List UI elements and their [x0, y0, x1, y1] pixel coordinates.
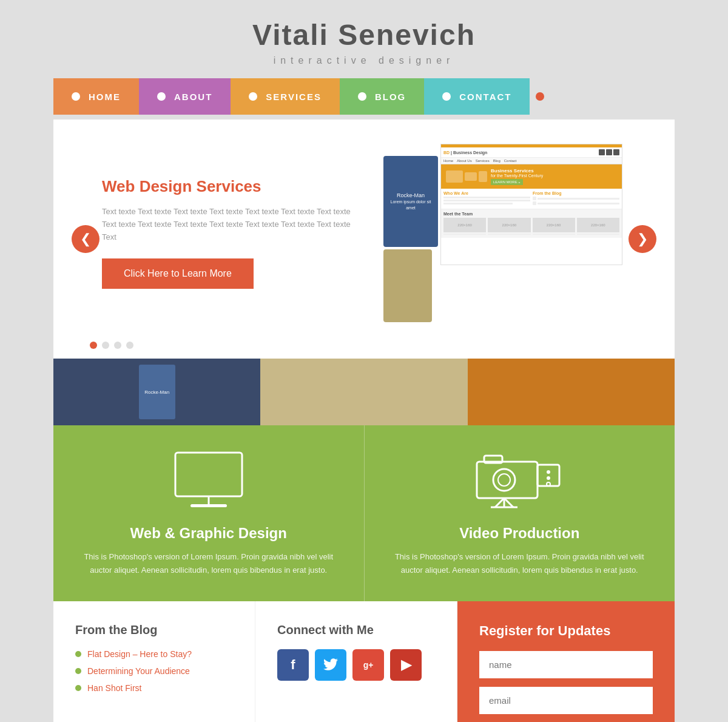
header: Vitali Senevich interactive designer [0, 0, 728, 78]
slider-next-button[interactable]: ❯ [629, 225, 656, 253]
monitor-icon [78, 450, 340, 513]
thumb-1: Rocke-Man [53, 359, 260, 425]
hero-slider: ❮ Web Design Services Text texte Text te… [53, 120, 675, 359]
register-email-input[interactable] [479, 687, 653, 714]
register-name-input[interactable] [479, 651, 653, 678]
nav-contact-label: CONTACT [459, 92, 511, 102]
svg-point-10 [547, 482, 550, 486]
nav-blog[interactable]: BLOG [340, 78, 424, 115]
social-title: Connect with Me [277, 623, 435, 637]
service-video-title: Video Production [389, 525, 651, 542]
nav-about-label: ABOUT [174, 92, 212, 102]
site-subtitle: interactive designer [12, 55, 716, 66]
slider-dot-1[interactable] [90, 342, 97, 349]
slider-dot-3[interactable] [114, 342, 121, 349]
service-web-desc: This is Photoshop's version of Lorem Ips… [78, 550, 340, 577]
slider-images: Rocke-ManLorem ipsum dolor sit amet BD |… [383, 144, 626, 322]
svg-point-4 [493, 469, 515, 491]
svg-line-13 [504, 498, 513, 507]
thumb-2 [260, 359, 467, 425]
nav-home-label: HOME [89, 92, 121, 102]
register-title: Register for Updates [479, 623, 653, 639]
svg-point-8 [547, 470, 550, 474]
service-video: Video Production This is Photoshop's ver… [365, 425, 675, 601]
blog-dot-2 [75, 668, 81, 674]
book-cover-blue: Rocke-ManLorem ipsum dolor sit amet [383, 156, 438, 247]
blog-section: From the Blog Flat Design – Here to Stay… [53, 601, 255, 722]
svg-rect-0 [175, 453, 242, 496]
twitter-icon[interactable] [315, 649, 346, 681]
website-mockup: BD | Business Design HomeAbout UsService… [440, 144, 622, 265]
main-nav: HOME ABOUT SERVICES BLOG CONTACT [0, 78, 728, 115]
svg-rect-3 [477, 462, 538, 498]
slider-dots [90, 342, 133, 349]
social-icons: f g+ ▶ [277, 649, 435, 681]
nav-about[interactable]: ABOUT [139, 78, 231, 115]
svg-rect-2 [190, 504, 227, 507]
facebook-icon[interactable]: f [277, 649, 309, 681]
blog-link-1[interactable]: Flat Design – Here to Stay? [87, 649, 192, 659]
slider-title: Web Design Services [102, 177, 353, 196]
slider-prev-button[interactable]: ❮ [72, 225, 99, 253]
services-section: Web & Graphic Design This is Photoshop's… [53, 425, 675, 601]
blog-section-title: From the Blog [75, 623, 233, 637]
blog-dot-1 [75, 651, 81, 657]
blog-item-3: Han Shot First [75, 683, 233, 693]
blog-dot-3 [75, 685, 81, 691]
book-cover-tan [383, 249, 432, 322]
nav-home[interactable]: HOME [53, 78, 139, 115]
blog-item-2: Determining Your Audience [75, 666, 233, 676]
camera-icon [389, 450, 651, 513]
blog-list: Flat Design – Here to Stay? Determining … [75, 649, 233, 693]
slider-dot-2[interactable] [102, 342, 109, 349]
service-video-desc: This is Photoshop's version of Lorem Ips… [389, 550, 651, 577]
google-plus-icon[interactable]: g+ [352, 649, 384, 681]
site-name: Vitali Senevich [12, 18, 716, 52]
blog-link-2[interactable]: Determining Your Audience [87, 666, 190, 676]
nav-contact[interactable]: CONTACT [424, 78, 530, 115]
svg-point-9 [547, 476, 550, 480]
svg-line-11 [495, 498, 504, 507]
slider-description: Text texte Text texte Text texte Text te… [102, 206, 353, 243]
service-web-title: Web & Graphic Design [78, 525, 340, 542]
thumbnail-strip: Rocke-Man [53, 359, 675, 425]
blog-link-3[interactable]: Han Shot First [87, 683, 141, 693]
register-section: Register for Updates SIGN ME UP [457, 601, 675, 722]
nav-blog-label: BLOG [375, 92, 406, 102]
youtube-icon[interactable]: ▶ [390, 649, 422, 681]
nav-services-label: SERVICES [266, 92, 322, 102]
nav-services[interactable]: SERVICES [231, 78, 340, 115]
service-web-design: Web & Graphic Design This is Photoshop's… [53, 425, 365, 601]
slider-content: Web Design Services Text texte Text text… [102, 177, 371, 288]
svg-point-5 [498, 474, 510, 486]
slider-dot-4[interactable] [126, 342, 133, 349]
nav-dot-indicator [536, 92, 544, 101]
thumb-3 [468, 359, 675, 425]
slider-cta-button[interactable]: Click Here to Learn More [102, 258, 254, 289]
blog-item-1: Flat Design – Here to Stay? [75, 649, 233, 659]
social-section: Connect with Me f g+ ▶ [255, 601, 457, 722]
